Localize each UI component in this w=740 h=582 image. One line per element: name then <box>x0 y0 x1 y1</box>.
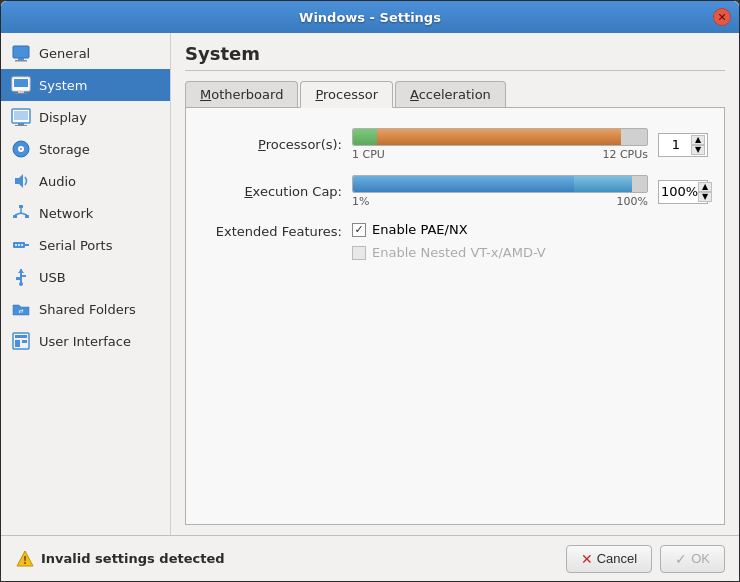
svg-line-20 <box>21 213 27 215</box>
tab-processor-label: rocessor <box>323 87 378 102</box>
enable-nested-row: Enable Nested VT-x/AMD-V <box>352 245 546 260</box>
main-panel: System Motherboard Processor Acceleratio… <box>171 33 739 535</box>
ok-icon: ✓ <box>675 551 687 567</box>
execution-cap-slider[interactable] <box>352 175 648 193</box>
display-icon <box>11 107 31 127</box>
tab-motherboard[interactable]: Motherboard <box>185 81 298 108</box>
processors-spinbox[interactable]: 1 ▲ ▼ <box>658 133 708 157</box>
sidebar-item-shared-folders[interactable]: ⇄ Shared Folders <box>1 293 170 325</box>
sidebar-item-display[interactable]: Display <box>1 101 170 133</box>
sidebar-item-network[interactable]: Network <box>1 197 170 229</box>
tab-bar: Motherboard Processor Acceleration <box>185 81 725 108</box>
svg-rect-5 <box>18 91 24 93</box>
processors-decrement[interactable]: ▼ <box>691 145 705 155</box>
processors-max-label: 12 CPUs <box>602 148 648 161</box>
svg-point-25 <box>21 244 23 246</box>
status-text: Invalid settings detected <box>41 551 225 566</box>
execution-cap-slider-labels: 1% 100% <box>352 195 648 208</box>
svg-point-23 <box>15 244 17 246</box>
tab-content-processor: Processor(s): 1 CPU 12 CPUs 1 <box>185 107 725 525</box>
settings-window: Windows - Settings ✕ General <box>0 0 740 582</box>
sidebar-label-system: System <box>39 78 87 93</box>
svg-point-30 <box>19 282 23 286</box>
sidebar: General System <box>1 33 171 535</box>
cancel-icon: ✕ <box>581 551 593 567</box>
processors-label: Processor(s): <box>202 137 342 152</box>
svg-rect-0 <box>13 46 29 58</box>
svg-rect-33 <box>15 335 27 338</box>
footer: ! Invalid settings detected ✕ Cancel ✓ O… <box>1 535 739 581</box>
tab-acceleration[interactable]: Acceleration <box>395 81 506 108</box>
svg-text:!: ! <box>23 555 28 566</box>
processors-slider[interactable] <box>352 128 648 146</box>
svg-rect-16 <box>13 215 17 218</box>
processors-slider-green <box>353 129 377 145</box>
enable-pae-label: Enable PAE/NX <box>372 222 468 237</box>
sidebar-label-serial-ports: Serial Ports <box>39 238 112 253</box>
sidebar-label-user-interface: User Interface <box>39 334 131 349</box>
window-title: Windows - Settings <box>299 10 441 25</box>
execution-cap-max-label: 100% <box>617 195 648 208</box>
footer-buttons: ✕ Cancel ✓ OK <box>566 545 725 573</box>
svg-rect-15 <box>19 205 23 208</box>
sidebar-item-serial-ports[interactable]: Serial Ports <box>1 229 170 261</box>
sidebar-item-system[interactable]: System <box>1 69 170 101</box>
svg-rect-28 <box>16 277 20 280</box>
sidebar-item-user-interface[interactable]: User Interface <box>1 325 170 357</box>
processors-increment[interactable]: ▲ <box>691 135 705 145</box>
cancel-label: Cancel <box>597 551 637 566</box>
enable-nested-checkbox[interactable] <box>352 246 366 260</box>
cancel-button[interactable]: ✕ Cancel <box>566 545 652 573</box>
page-title: System <box>185 43 725 71</box>
titlebar: Windows - Settings ✕ <box>1 1 739 33</box>
execution-cap-spinbox[interactable]: 100% ▲ ▼ <box>658 180 708 204</box>
sidebar-item-usb[interactable]: USB <box>1 261 170 293</box>
sidebar-label-general: General <box>39 46 90 61</box>
svg-marker-27 <box>18 269 24 273</box>
svg-rect-22 <box>25 244 29 246</box>
footer-status: ! Invalid settings detected <box>15 549 225 569</box>
execution-cap-value: 100% <box>661 184 698 199</box>
processors-slider-labels: 1 CPU 12 CPUs <box>352 148 648 161</box>
processors-slider-container: 1 CPU 12 CPUs <box>352 128 648 161</box>
svg-rect-2 <box>15 60 27 62</box>
usb-icon <box>11 267 31 287</box>
sidebar-item-general[interactable]: General <box>1 37 170 69</box>
execution-cap-increment[interactable]: ▲ <box>698 182 712 192</box>
tab-processor[interactable]: Processor <box>300 81 393 108</box>
svg-rect-35 <box>22 340 27 343</box>
enable-nested-label: Enable Nested VT-x/AMD-V <box>372 245 546 260</box>
processors-value: 1 <box>661 137 691 152</box>
extended-features-row: Extended Features: Enable PAE/NX Enable … <box>202 222 708 260</box>
sidebar-label-audio: Audio <box>39 174 76 189</box>
svg-line-19 <box>15 213 21 215</box>
close-button[interactable]: ✕ <box>713 8 731 26</box>
extended-features-label: Extended Features: <box>202 222 342 239</box>
enable-pae-checkbox[interactable] <box>352 223 366 237</box>
svg-rect-29 <box>22 275 26 277</box>
sidebar-label-storage: Storage <box>39 142 90 157</box>
extended-features-options: Enable PAE/NX Enable Nested VT-x/AMD-V <box>352 222 546 260</box>
execution-cap-slider-container: 1% 100% <box>352 175 648 208</box>
sidebar-label-network: Network <box>39 206 93 221</box>
sidebar-item-storage[interactable]: Storage <box>1 133 170 165</box>
execution-cap-slider-blue2 <box>574 176 633 192</box>
svg-marker-14 <box>15 174 23 188</box>
ok-button[interactable]: ✓ OK <box>660 545 725 573</box>
sidebar-item-audio[interactable]: Audio <box>1 165 170 197</box>
svg-rect-17 <box>25 215 29 218</box>
svg-point-24 <box>18 244 20 246</box>
storage-icon <box>11 139 31 159</box>
execution-cap-label: Execution Cap: <box>202 184 342 199</box>
svg-rect-34 <box>15 340 20 347</box>
svg-rect-10 <box>15 125 27 126</box>
execution-cap-decrement[interactable]: ▼ <box>698 192 712 202</box>
shared-folders-icon: ⇄ <box>11 299 31 319</box>
network-icon <box>11 203 31 223</box>
processors-slider-orange <box>377 129 621 145</box>
execution-cap-row: Execution Cap: 1% 100% 100% <box>202 175 708 208</box>
processors-row: Processor(s): 1 CPU 12 CPUs 1 <box>202 128 708 161</box>
svg-rect-8 <box>14 111 28 120</box>
sidebar-label-usb: USB <box>39 270 66 285</box>
svg-rect-4 <box>14 79 28 87</box>
